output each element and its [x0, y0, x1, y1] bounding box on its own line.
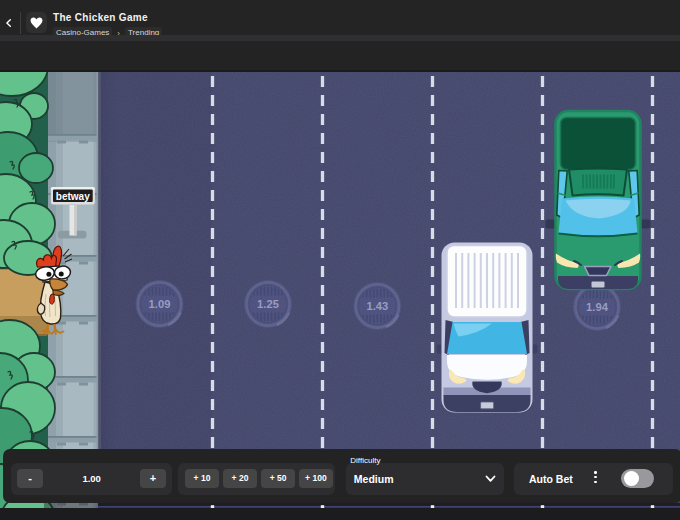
svg-text:betway: betway: [56, 191, 90, 202]
